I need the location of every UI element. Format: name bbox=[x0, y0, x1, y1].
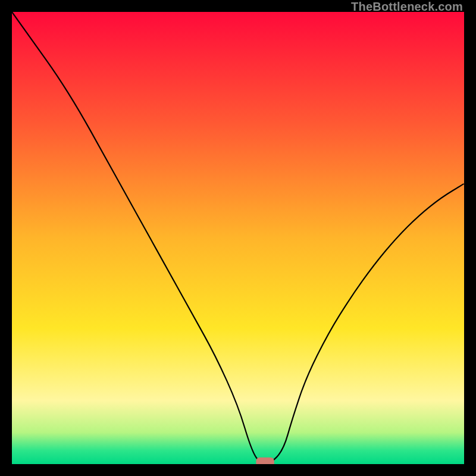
optimal-marker bbox=[256, 458, 274, 464]
chart-frame bbox=[12, 12, 464, 464]
watermark-text: TheBottleneck.com bbox=[351, 0, 463, 14]
bottleneck-chart bbox=[12, 12, 464, 464]
